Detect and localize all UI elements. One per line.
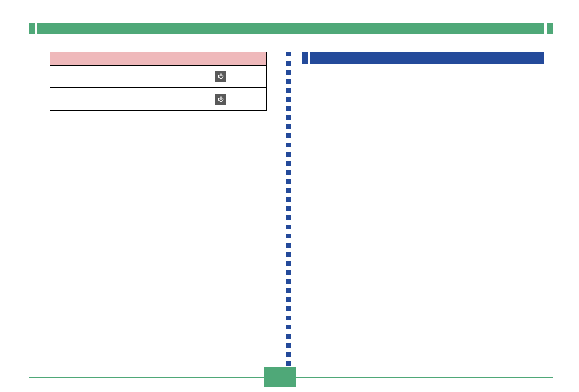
header-bar-main bbox=[37, 23, 544, 34]
subsection-bar-main bbox=[310, 52, 544, 64]
table-cell bbox=[50, 88, 175, 110]
power-icon bbox=[215, 94, 226, 105]
header-accent-right bbox=[547, 23, 553, 34]
icon-table bbox=[50, 52, 267, 111]
right-subsection-bar bbox=[302, 52, 544, 64]
table-cell bbox=[175, 66, 266, 88]
table-cell bbox=[175, 88, 266, 110]
header-accent-left bbox=[29, 23, 35, 34]
table-header-row bbox=[50, 52, 266, 66]
page-number-tab bbox=[264, 367, 296, 387]
table-row bbox=[50, 88, 266, 110]
table-header-cell bbox=[50, 52, 175, 66]
subsection-accent bbox=[302, 52, 308, 64]
table-row bbox=[50, 66, 266, 88]
column-divider bbox=[286, 52, 291, 366]
section-header-bar bbox=[29, 23, 553, 34]
table-header-cell bbox=[175, 52, 266, 66]
table-cell bbox=[50, 66, 175, 88]
power-icon bbox=[215, 71, 226, 82]
